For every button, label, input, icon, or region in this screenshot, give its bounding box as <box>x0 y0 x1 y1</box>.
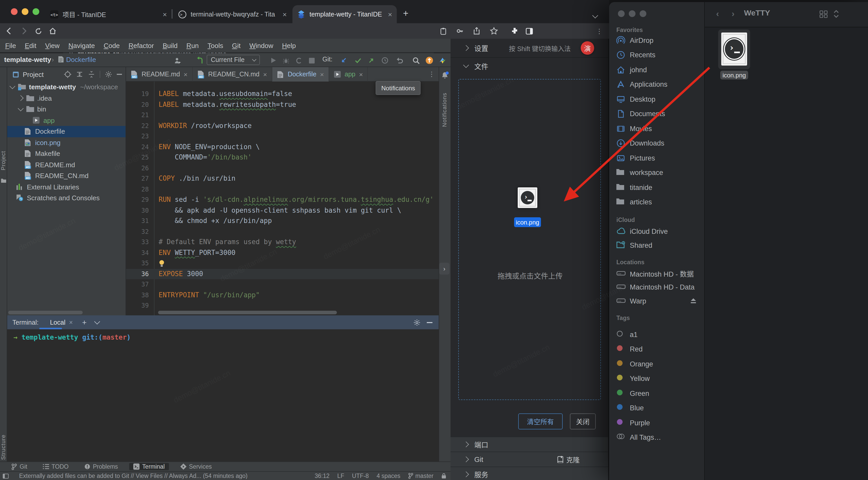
status-message[interactable]: Externally added files can be added to G… <box>19 473 272 479</box>
code-line[interactable]: WORKDIR /root/workspace <box>159 122 252 129</box>
sidebar-item-shared[interactable]: Shared <box>609 239 704 252</box>
browser-tab[interactable]: >_terminal-wetty-bwqryafz - Tita× <box>174 5 291 23</box>
terminal-dropdown-icon[interactable] <box>94 319 100 324</box>
sidebar-item-green[interactable]: Green <box>609 387 704 400</box>
project-hscrollbar[interactable] <box>8 311 83 314</box>
sidebar-item-blue[interactable]: Blue <box>609 402 704 414</box>
close-editor-tab-icon[interactable]: × <box>263 70 267 78</box>
extensions-puzzle-icon[interactable] <box>509 26 520 36</box>
tree-item-icon.png[interactable]: icon.png <box>7 137 126 148</box>
demo-badge[interactable]: 演 <box>581 41 594 55</box>
tab-search-chevron-icon[interactable] <box>593 10 597 20</box>
menu-item-help[interactable]: Help <box>282 41 296 49</box>
sidebar-item-all-tags-[interactable]: All Tags… <box>609 431 704 444</box>
menu-item-navigate[interactable]: Navigate <box>68 41 95 49</box>
sidebar-item-recents[interactable]: Recents <box>609 49 704 61</box>
bookmark-star-icon[interactable] <box>489 26 499 36</box>
debug-icon[interactable] <box>281 56 290 65</box>
sidebar-item-articles[interactable]: articles <box>609 196 704 208</box>
sidebar-item-applications[interactable]: Applications <box>609 78 704 91</box>
collapse-all-icon[interactable] <box>88 71 95 78</box>
line-ending[interactable]: LF <box>337 473 344 479</box>
password-key-icon[interactable] <box>455 26 465 36</box>
user-icon[interactable] <box>173 56 182 65</box>
sidebar-item-icloud-drive[interactable]: iCloud Drive <box>609 225 704 237</box>
lock-icon[interactable] <box>441 473 446 479</box>
new-tab-button[interactable]: + <box>403 9 408 18</box>
menu-item-window[interactable]: Window <box>249 41 273 49</box>
git-update-icon[interactable] <box>339 56 348 65</box>
tree-item-template-wetty[interactable]: template-wetty~/workspace <box>7 81 126 93</box>
finder-close-button[interactable] <box>618 10 625 17</box>
code-line[interactable]: ENV WETTY_PORT=3000 <box>159 248 235 256</box>
sidebar-item-movies[interactable]: Movies <box>609 122 704 135</box>
search-icon[interactable] <box>411 56 421 65</box>
menu-item-tools[interactable]: Tools <box>208 41 223 49</box>
close-editor-tab-icon[interactable]: × <box>359 70 363 78</box>
sidebar-item-johnd[interactable]: johnd <box>609 64 704 76</box>
expand-all-icon[interactable] <box>76 71 83 78</box>
close-button[interactable]: 关闭 <box>570 413 596 430</box>
tool-window-button-terminal[interactable]: Terminal <box>129 463 169 470</box>
menu-item-build[interactable]: Build <box>163 41 178 49</box>
browser-tab[interactable]: template-wetty - TitanIDE× <box>292 5 397 23</box>
close-tab-icon[interactable]: × <box>163 10 167 18</box>
sidebar-item-orange[interactable]: Orange <box>609 358 704 370</box>
tool-tab-notifications[interactable]: Notifications <box>441 82 448 127</box>
tree-chevron-icon[interactable] <box>18 95 24 101</box>
close-editor-tab-icon[interactable]: × <box>320 70 324 78</box>
editor-tab-dockerfile[interactable]: Dockerfile× <box>272 67 329 81</box>
caret-position[interactable]: 36:12 <box>315 473 330 479</box>
finder-file-thumbnail[interactable]: › <box>721 33 747 66</box>
menu-item-edit[interactable]: Edit <box>25 41 36 49</box>
breadcrumb-project[interactable]: template-wetty <box>4 56 51 64</box>
panel-section-section-2[interactable]: 服务 <box>451 467 608 480</box>
tool-window-button-problems[interactable]: Problems <box>80 463 122 470</box>
run-icon[interactable] <box>269 56 278 65</box>
sidebar-item-desktop[interactable]: Desktop <box>609 93 704 105</box>
finder-zoom-button[interactable] <box>640 10 646 17</box>
code-line[interactable]: # Default ENV params used by wetty <box>159 238 296 246</box>
code-line[interactable]: ENV NODE_ENV=production \ <box>159 143 259 150</box>
browser-tab[interactable]: <t>项目 - TitanIDE× <box>45 5 172 23</box>
uploaded-file-name[interactable]: icon.png <box>514 217 541 227</box>
code-line[interactable]: ENTRYPOINT "/usr/bin/app" <box>159 291 259 299</box>
uploaded-file-thumbnail[interactable]: › <box>518 187 537 208</box>
finder-back-icon[interactable]: ‹ <box>716 9 719 19</box>
expand-panel-button[interactable]: › <box>439 263 450 275</box>
tool-window-button-todo[interactable]: TODO <box>38 463 72 470</box>
sidebar-item-titanide[interactable]: titanide <box>609 181 704 194</box>
ide-features-gem-icon[interactable] <box>438 56 447 65</box>
code-line[interactable]: COPY ./bin /usr/bin <box>159 174 235 182</box>
finder-file-name[interactable]: icon.png <box>720 71 748 79</box>
menu-item-view[interactable]: View <box>45 41 60 49</box>
clear-all-button[interactable]: 清空所有 <box>518 413 563 430</box>
back-icon[interactable] <box>4 26 14 36</box>
close-tab-icon[interactable]: × <box>388 10 392 18</box>
tool-windows-icon[interactable] <box>3 473 9 479</box>
reload-icon[interactable] <box>33 26 43 36</box>
menu-item-refactor[interactable]: Refactor <box>128 41 154 49</box>
sidebar-item-purple[interactable]: Purple <box>609 416 704 429</box>
minimize-terminal-icon[interactable] <box>427 322 432 323</box>
git-branch-indicator[interactable]: master <box>408 473 433 479</box>
notifications-bell-icon[interactable] <box>441 71 449 79</box>
code-line[interactable]: && chmod +x /usr/bin/app <box>159 217 272 225</box>
maximize-window-button[interactable] <box>33 8 39 15</box>
editor-tab-readme-cn-md[interactable]: MDREADME_CN.md× <box>193 67 272 81</box>
panel-section-git[interactable]: Git克隆 <box>451 452 608 467</box>
tree-chevron-icon[interactable] <box>18 106 24 111</box>
sidebar-item-yellow[interactable]: Yellow <box>609 372 704 385</box>
terminal-settings-gear-icon[interactable] <box>413 319 421 326</box>
code-line[interactable]: EXPOSE 3000 <box>159 270 203 277</box>
sidebar-item-airdrop[interactable]: AirDrop <box>609 34 704 46</box>
share-icon[interactable] <box>471 26 482 36</box>
sidebar-item-documents[interactable]: Documents <box>609 108 704 120</box>
indent-size[interactable]: 4 spaces <box>377 473 400 479</box>
editor-hscrollbar[interactable] <box>158 311 337 314</box>
sort-chevrons-icon[interactable] <box>833 9 840 19</box>
stop-icon[interactable] <box>307 56 316 65</box>
sidebar-item-workspace[interactable]: workspace <box>609 167 704 179</box>
eject-icon[interactable] <box>690 298 697 304</box>
editor-tab-app[interactable]: app× <box>329 67 368 81</box>
